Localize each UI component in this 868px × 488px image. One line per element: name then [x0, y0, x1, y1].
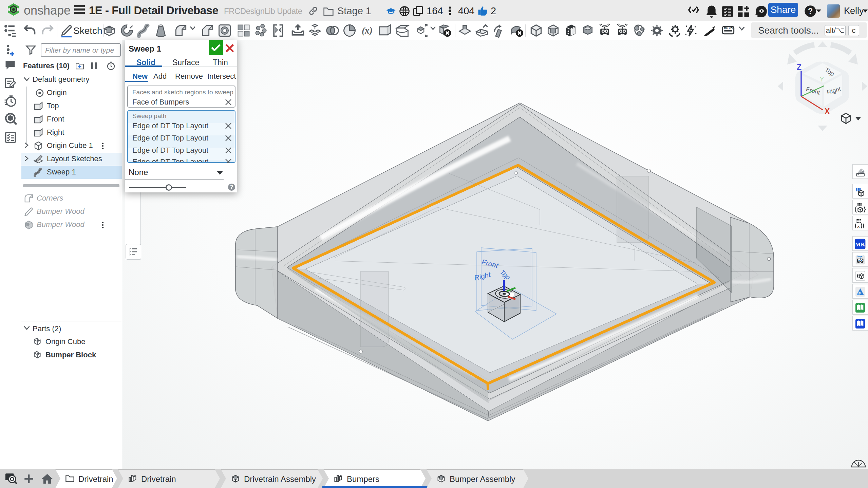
svg-text:MK: MK [855, 241, 865, 248]
svg-text:HELLO: HELLO [724, 27, 733, 30]
svg-text:?: ? [808, 7, 813, 16]
svg-text:Y: Y [820, 76, 824, 83]
svg-text:Z: Z [797, 63, 801, 72]
svg-text:(x): (x) [362, 25, 373, 36]
svg-text:X: X [825, 107, 830, 116]
svg-text:x: x [857, 224, 860, 229]
